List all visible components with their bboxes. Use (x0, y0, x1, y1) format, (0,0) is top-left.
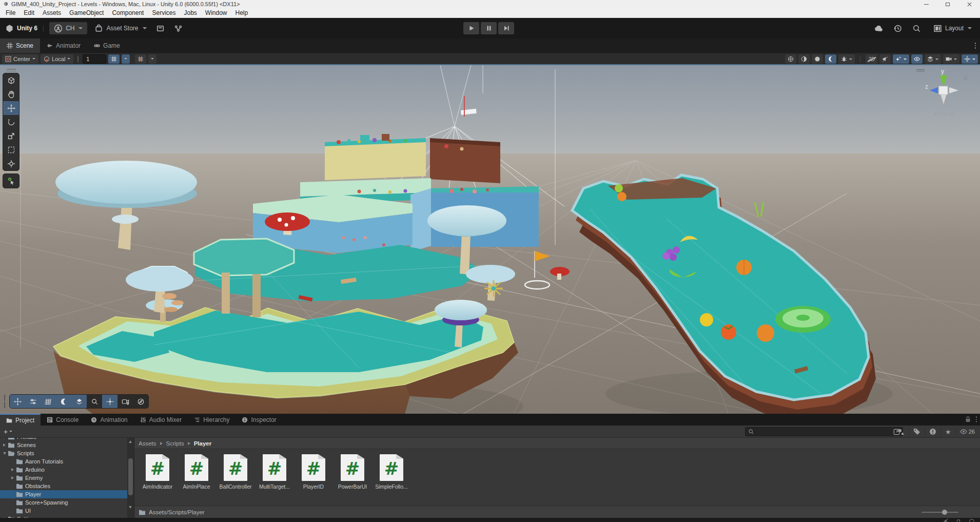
rotate-tool[interactable] (3, 115, 19, 129)
menu-assets[interactable]: Assets (38, 8, 65, 17)
menu-file[interactable]: File (2, 8, 19, 17)
snap-increment-button[interactable] (108, 54, 120, 64)
gizmo-drag-handle[interactable] (916, 68, 925, 73)
move-tool[interactable] (3, 101, 19, 115)
camera-dropdown[interactable] (943, 54, 959, 64)
breadcrumb-player[interactable]: Player (194, 440, 212, 447)
lock-icon[interactable] (965, 416, 971, 422)
layout-dropdown[interactable]: Layout (931, 22, 974, 34)
tree-item-scenes[interactable]: Scenes (0, 441, 134, 449)
menu-component[interactable]: Component (108, 8, 148, 17)
tab-inspector[interactable]: Inspector (236, 414, 282, 426)
scene-lighting-toggle[interactable] (825, 54, 836, 64)
menu-edit[interactable]: Edit (19, 8, 38, 17)
hand-tool[interactable] (3, 87, 19, 101)
tree-scrollbar[interactable] (127, 438, 134, 518)
tab-options-icon[interactable] (975, 43, 976, 49)
tree-item-scripts[interactable]: Scripts (0, 449, 134, 457)
overlay-move-toggle[interactable] (10, 395, 25, 408)
project-search[interactable] (745, 427, 903, 436)
overlay-drag-handle[interactable] (4, 395, 5, 408)
asset-multitarget[interactable]: # MultiTarget... (258, 454, 291, 506)
tab-animation[interactable]: Animation (85, 414, 133, 426)
overlay-search-button[interactable] (87, 395, 102, 408)
overlay-view-options-toggle[interactable] (71, 395, 87, 408)
menu-gameobject[interactable]: GameObject (65, 8, 108, 17)
minimize-button[interactable] (915, 0, 937, 8)
overlay-drag-handle[interactable] (3, 67, 19, 73)
tree-item-ui[interactable]: UI (0, 507, 134, 515)
pivot-mode-dropdown[interactable]: Center (2, 54, 38, 64)
tab-audio-mixer[interactable]: Audio Mixer (134, 414, 188, 426)
tree-item-enemy[interactable]: Enemy (0, 474, 134, 482)
2d-view-toggle[interactable]: 2D (866, 54, 877, 64)
tab-console[interactable]: Console (41, 414, 85, 426)
slider-knob[interactable] (942, 510, 947, 515)
custom-tool-button[interactable] (3, 174, 19, 188)
snap-increment-dropdown[interactable] (122, 54, 130, 64)
grid-visibility-button[interactable] (135, 54, 146, 64)
step-button[interactable] (498, 22, 514, 34)
grid-size-field[interactable] (83, 54, 106, 64)
asset-powerbarui[interactable]: # PowerBarUI (336, 454, 369, 506)
version-control-button[interactable] (172, 22, 185, 34)
tree-item-obstacles[interactable]: Obstacles (0, 482, 134, 490)
search-by-label-button[interactable] (909, 428, 925, 436)
scale-tool[interactable] (3, 129, 19, 143)
notification-bell-icon[interactable] (955, 518, 962, 522)
transform-tool[interactable] (3, 157, 19, 170)
pause-button[interactable] (481, 22, 497, 34)
play-button[interactable] (463, 22, 479, 34)
asset-aimindicator[interactable]: # AimIndicator (141, 454, 174, 506)
rect-tool[interactable] (3, 143, 19, 157)
overlay-tool-settings-toggle[interactable] (25, 395, 41, 408)
shading-mixed-button[interactable] (798, 54, 810, 64)
effects-dropdown[interactable] (893, 54, 909, 64)
overlay-snap-toggle[interactable] (102, 395, 117, 408)
tree-item-score-spawning[interactable]: Score+Spawning (0, 498, 134, 507)
paint-disabled-icon[interactable] (942, 518, 948, 522)
overlay-camera-button[interactable] (117, 395, 133, 408)
progress-circle-icon[interactable] (969, 518, 975, 522)
breadcrumb-scripts[interactable]: Scripts (166, 440, 184, 447)
overlay-grid-toggle[interactable] (41, 395, 56, 408)
thumbnail-zoom-slider[interactable] (922, 512, 958, 513)
layers-dropdown[interactable] (925, 54, 941, 64)
debug-draw-dropdown[interactable] (838, 54, 855, 64)
tree-item-aaron-tutorials[interactable]: Aaron Tutorials (0, 457, 134, 466)
menu-help[interactable]: Help (231, 8, 252, 17)
tab-animator[interactable]: Animator (40, 38, 87, 53)
asset-playerid[interactable]: # PlayerID (297, 454, 330, 506)
hidden-objects-toggle[interactable]: 26 (955, 428, 979, 436)
search-icon[interactable] (912, 24, 921, 33)
view-options-tool[interactable] (3, 73, 19, 87)
tree-item-player[interactable]: Player (0, 490, 134, 498)
scene-visibility-toggle[interactable] (911, 54, 923, 64)
asset-simplefollow[interactable]: # SimpleFollo... (375, 454, 408, 506)
lock-icon[interactable] (963, 74, 969, 81)
asset-aiminplace[interactable]: # AimInPlace (180, 454, 213, 506)
create-asset-button[interactable]: + (4, 428, 12, 436)
search-by-type-button[interactable] (893, 428, 909, 436)
tab-project[interactable]: Project (0, 414, 41, 426)
account-dropdown[interactable]: CH (49, 22, 87, 34)
maximize-button[interactable] (937, 0, 958, 8)
asset-store-dropdown[interactable]: Asset Store (92, 22, 148, 34)
tab-game[interactable]: Game (87, 38, 127, 53)
scene-3d-view[interactable] (0, 65, 980, 414)
gizmos-dropdown[interactable] (962, 54, 978, 64)
grid-visibility-dropdown[interactable] (148, 54, 156, 64)
search-by-log-button[interactable] (925, 428, 940, 436)
tab-scene[interactable]: Scene (0, 38, 40, 53)
breadcrumb-assets[interactable]: Assets (139, 440, 156, 447)
scrollbar-thumb[interactable] (128, 458, 133, 495)
toolbar-drag-handle[interactable] (77, 56, 79, 62)
shading-wireframe-button[interactable] (785, 54, 796, 64)
projection-label[interactable]: Persp (915, 110, 972, 118)
tab-hierarchy[interactable]: Hierarchy (188, 414, 236, 426)
orientation-gizmo[interactable]: y z Persp (915, 67, 972, 118)
menu-window[interactable]: Window (201, 8, 231, 17)
audio-toggle[interactable] (879, 54, 891, 64)
cloud-icon[interactable] (874, 24, 883, 33)
menu-jobs[interactable]: Jobs (180, 8, 201, 17)
